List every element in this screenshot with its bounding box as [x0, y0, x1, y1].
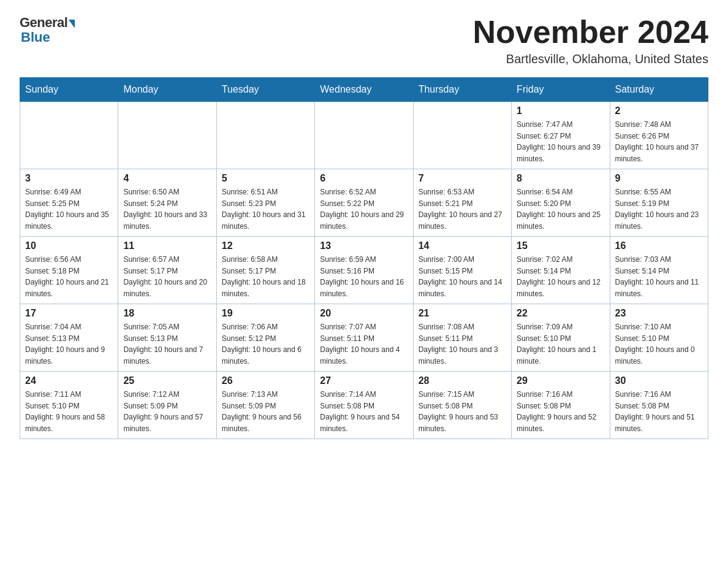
- calendar-cell: [216, 102, 314, 169]
- calendar-cell: 1Sunrise: 7:47 AM Sunset: 6:27 PM Daylig…: [512, 102, 610, 169]
- calendar-cell: 13Sunrise: 6:59 AM Sunset: 5:16 PM Dayli…: [315, 237, 413, 304]
- location-text: Bartlesville, Oklahoma, United States: [473, 52, 708, 66]
- calendar-cell: 8Sunrise: 6:54 AM Sunset: 5:20 PM Daylig…: [512, 169, 610, 237]
- calendar-cell: 18Sunrise: 7:05 AM Sunset: 5:13 PM Dayli…: [118, 304, 216, 372]
- weekday-header-thursday: Thursday: [413, 78, 511, 102]
- calendar-week-1: 1Sunrise: 7:47 AM Sunset: 6:27 PM Daylig…: [20, 102, 708, 169]
- day-number: 27: [320, 375, 408, 386]
- calendar-cell: 16Sunrise: 7:03 AM Sunset: 5:14 PM Dayli…: [610, 237, 708, 304]
- sun-info: Sunrise: 6:59 AM Sunset: 5:16 PM Dayligh…: [320, 254, 408, 299]
- day-number: 26: [222, 375, 309, 386]
- calendar-cell: [20, 102, 118, 169]
- weekday-header-row: SundayMondayTuesdayWednesdayThursdayFrid…: [20, 78, 708, 102]
- calendar-cell: 3Sunrise: 6:49 AM Sunset: 5:25 PM Daylig…: [20, 169, 118, 237]
- logo-arrow-icon: [69, 20, 75, 28]
- sun-info: Sunrise: 7:06 AM Sunset: 5:12 PM Dayligh…: [222, 321, 309, 367]
- day-number: 25: [123, 375, 211, 386]
- weekday-header-wednesday: Wednesday: [315, 78, 413, 102]
- calendar-cell: 30Sunrise: 7:16 AM Sunset: 5:08 PM Dayli…: [610, 372, 708, 439]
- calendar-cell: 24Sunrise: 7:11 AM Sunset: 5:10 PM Dayli…: [20, 372, 118, 439]
- calendar-cell: 21Sunrise: 7:08 AM Sunset: 5:11 PM Dayli…: [413, 304, 511, 372]
- day-number: 3: [25, 173, 113, 184]
- sun-info: Sunrise: 7:48 AM Sunset: 6:26 PM Dayligh…: [615, 119, 703, 164]
- sun-info: Sunrise: 6:57 AM Sunset: 5:17 PM Dayligh…: [123, 254, 211, 299]
- sun-info: Sunrise: 7:02 AM Sunset: 5:14 PM Dayligh…: [517, 254, 604, 299]
- calendar-cell: [413, 102, 511, 169]
- sun-info: Sunrise: 7:13 AM Sunset: 5:09 PM Dayligh…: [222, 389, 309, 434]
- sun-info: Sunrise: 7:11 AM Sunset: 5:10 PM Dayligh…: [25, 389, 113, 434]
- calendar-cell: 28Sunrise: 7:15 AM Sunset: 5:08 PM Dayli…: [413, 372, 511, 439]
- calendar-cell: 9Sunrise: 6:55 AM Sunset: 5:19 PM Daylig…: [610, 169, 708, 237]
- sun-info: Sunrise: 7:10 AM Sunset: 5:10 PM Dayligh…: [615, 321, 703, 367]
- sun-info: Sunrise: 6:55 AM Sunset: 5:19 PM Dayligh…: [615, 186, 703, 232]
- day-number: 19: [222, 308, 309, 319]
- weekday-header-tuesday: Tuesday: [216, 78, 314, 102]
- day-number: 30: [615, 375, 703, 386]
- calendar-cell: 20Sunrise: 7:07 AM Sunset: 5:11 PM Dayli…: [315, 304, 413, 372]
- calendar-week-5: 24Sunrise: 7:11 AM Sunset: 5:10 PM Dayli…: [20, 372, 708, 439]
- weekday-header-saturday: Saturday: [610, 78, 708, 102]
- day-number: 8: [517, 173, 604, 184]
- sun-info: Sunrise: 7:08 AM Sunset: 5:11 PM Dayligh…: [419, 321, 506, 367]
- day-number: 10: [25, 240, 113, 251]
- sun-info: Sunrise: 6:53 AM Sunset: 5:21 PM Dayligh…: [419, 186, 506, 232]
- day-number: 7: [419, 173, 506, 184]
- day-number: 13: [320, 240, 408, 251]
- day-number: 21: [419, 308, 506, 319]
- sun-info: Sunrise: 6:52 AM Sunset: 5:22 PM Dayligh…: [320, 186, 408, 232]
- sun-info: Sunrise: 7:09 AM Sunset: 5:10 PM Dayligh…: [517, 321, 604, 367]
- weekday-header-friday: Friday: [512, 78, 610, 102]
- sun-info: Sunrise: 7:47 AM Sunset: 6:27 PM Dayligh…: [517, 119, 604, 164]
- calendar-cell: 10Sunrise: 6:56 AM Sunset: 5:18 PM Dayli…: [20, 237, 118, 304]
- calendar-cell: 2Sunrise: 7:48 AM Sunset: 6:26 PM Daylig…: [610, 102, 708, 169]
- day-number: 23: [615, 308, 703, 319]
- sun-info: Sunrise: 7:16 AM Sunset: 5:08 PM Dayligh…: [615, 389, 703, 434]
- day-number: 22: [517, 308, 604, 319]
- logo-general-text: General: [20, 15, 67, 31]
- sun-info: Sunrise: 7:16 AM Sunset: 5:08 PM Dayligh…: [517, 389, 604, 434]
- calendar-cell: 15Sunrise: 7:02 AM Sunset: 5:14 PM Dayli…: [512, 237, 610, 304]
- day-number: 14: [419, 240, 506, 251]
- day-number: 15: [517, 240, 604, 251]
- sun-info: Sunrise: 6:58 AM Sunset: 5:17 PM Dayligh…: [222, 254, 309, 299]
- calendar-cell: 12Sunrise: 6:58 AM Sunset: 5:17 PM Dayli…: [216, 237, 314, 304]
- sun-info: Sunrise: 7:04 AM Sunset: 5:13 PM Dayligh…: [25, 321, 113, 367]
- title-block: November 2024 Bartlesville, Oklahoma, Un…: [473, 15, 708, 66]
- calendar-cell: 4Sunrise: 6:50 AM Sunset: 5:24 PM Daylig…: [118, 169, 216, 237]
- day-number: 28: [419, 375, 506, 386]
- calendar-cell: 27Sunrise: 7:14 AM Sunset: 5:08 PM Dayli…: [315, 372, 413, 439]
- sun-info: Sunrise: 7:05 AM Sunset: 5:13 PM Dayligh…: [123, 321, 211, 367]
- sun-info: Sunrise: 6:49 AM Sunset: 5:25 PM Dayligh…: [25, 186, 113, 232]
- calendar-week-2: 3Sunrise: 6:49 AM Sunset: 5:25 PM Daylig…: [20, 169, 708, 237]
- day-number: 9: [615, 173, 703, 184]
- day-number: 11: [123, 240, 211, 251]
- calendar-cell: [118, 102, 216, 169]
- calendar-cell: [315, 102, 413, 169]
- calendar-cell: 29Sunrise: 7:16 AM Sunset: 5:08 PM Dayli…: [512, 372, 610, 439]
- day-number: 24: [25, 375, 113, 386]
- calendar-cell: 7Sunrise: 6:53 AM Sunset: 5:21 PM Daylig…: [413, 169, 511, 237]
- sun-info: Sunrise: 7:03 AM Sunset: 5:14 PM Dayligh…: [615, 254, 703, 299]
- day-number: 17: [25, 308, 113, 319]
- day-number: 4: [123, 173, 211, 184]
- calendar-week-4: 17Sunrise: 7:04 AM Sunset: 5:13 PM Dayli…: [20, 304, 708, 372]
- calendar-cell: 11Sunrise: 6:57 AM Sunset: 5:17 PM Dayli…: [118, 237, 216, 304]
- weekday-header-monday: Monday: [118, 78, 216, 102]
- calendar-cell: 6Sunrise: 6:52 AM Sunset: 5:22 PM Daylig…: [315, 169, 413, 237]
- sun-info: Sunrise: 7:14 AM Sunset: 5:08 PM Dayligh…: [320, 389, 408, 434]
- calendar-cell: 5Sunrise: 6:51 AM Sunset: 5:23 PM Daylig…: [216, 169, 314, 237]
- day-number: 2: [615, 105, 703, 117]
- sun-info: Sunrise: 7:07 AM Sunset: 5:11 PM Dayligh…: [320, 321, 408, 367]
- day-number: 16: [615, 240, 703, 251]
- day-number: 1: [517, 105, 604, 117]
- day-number: 5: [222, 173, 309, 184]
- sun-info: Sunrise: 6:54 AM Sunset: 5:20 PM Dayligh…: [517, 186, 604, 232]
- calendar-cell: 22Sunrise: 7:09 AM Sunset: 5:10 PM Dayli…: [512, 304, 610, 372]
- sun-info: Sunrise: 6:56 AM Sunset: 5:18 PM Dayligh…: [25, 254, 113, 299]
- logo: General Blue: [20, 15, 75, 45]
- day-number: 6: [320, 173, 408, 184]
- day-number: 20: [320, 308, 408, 319]
- month-title: November 2024: [473, 15, 708, 50]
- sun-info: Sunrise: 7:12 AM Sunset: 5:09 PM Dayligh…: [123, 389, 211, 434]
- calendar-cell: 26Sunrise: 7:13 AM Sunset: 5:09 PM Dayli…: [216, 372, 314, 439]
